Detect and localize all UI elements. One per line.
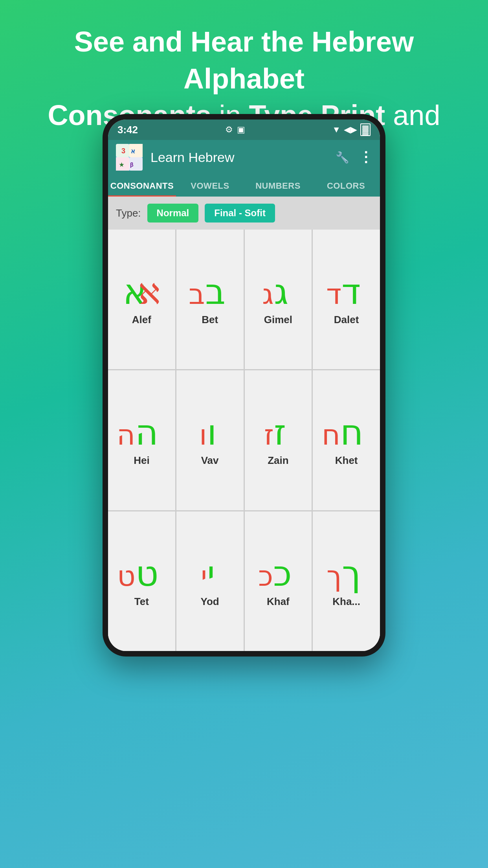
letter-symbol-zain: זז: [270, 415, 286, 451]
app-actions: 🔧 ⋮: [336, 149, 372, 166]
sim-icon: ▣: [237, 125, 245, 135]
letter-cell-bet[interactable]: בב Bet: [176, 230, 244, 369]
letter-symbol-khaf-final: ךך: [332, 556, 361, 592]
settings-icon: ⚙: [225, 125, 233, 135]
phone-screen: 3:42 ⚙ ▣ ▼ ◀▶ ▓ 3 א: [108, 120, 380, 651]
letter-symbol-bet: בב: [194, 274, 226, 310]
letter-name-gimel: Gimel: [264, 314, 292, 326]
letter-name-bet: Bet: [202, 314, 218, 326]
letter-symbol-tet: טט: [125, 556, 158, 592]
svg-text:β: β: [130, 162, 134, 168]
filter-normal-btn[interactable]: Normal: [147, 204, 199, 223]
status-icons-left: ⚙ ▣: [225, 125, 245, 135]
tab-colors[interactable]: COLORS: [312, 175, 380, 197]
letter-cell-zain[interactable]: זז Zain: [245, 370, 312, 510]
letter-name-tet: Tet: [134, 596, 149, 608]
letter-symbol-khaf: ככ: [264, 556, 292, 592]
app-title: Learn Hebrew: [150, 150, 328, 165]
letter-name-zain: Zain: [268, 454, 288, 467]
tab-bar: CONSONANTS VOWELS NUMBERS COLORS: [108, 175, 380, 197]
letter-grid: אℵ Alef בב Bet גג Gimel: [108, 230, 380, 651]
letter-cell-yod[interactable]: יי Yod: [176, 511, 244, 651]
app-logo: 3 א ★ β: [116, 144, 143, 171]
type-filter: Type: Normal Final - Sofit: [108, 197, 380, 230]
letter-cell-alef[interactable]: אℵ Alef: [108, 230, 175, 369]
letter-name-dalet: Dalet: [334, 314, 359, 326]
letter-cell-khaf-final[interactable]: ךך Kha...: [313, 511, 380, 651]
tab-vowels[interactable]: VOWELS: [176, 175, 244, 197]
letter-cell-khaf[interactable]: ככ Khaf: [245, 511, 312, 651]
letter-cell-vav[interactable]: וו Vav: [176, 370, 244, 510]
letter-cell-hei[interactable]: הה Hei: [108, 370, 175, 510]
wifi-icon: ▼: [332, 125, 341, 135]
type-label: Type:: [116, 207, 141, 219]
wrench-icon[interactable]: 🔧: [336, 151, 349, 164]
letter-name-yod: Yod: [201, 596, 219, 608]
letter-name-khaf: Khaf: [267, 596, 290, 608]
app-bar: 3 א ★ β Learn Hebrew 🔧 ⋮: [108, 140, 380, 175]
letter-cell-gimel[interactable]: גג Gimel: [245, 230, 312, 369]
letter-symbol-yod: יי: [205, 556, 215, 592]
content-area: Type: Normal Final - Sofit אℵ Alef בב: [108, 197, 380, 651]
phone-frame: 3:42 ⚙ ▣ ▼ ◀▶ ▓ 3 א: [103, 114, 385, 657]
letter-name-hei: Hei: [134, 454, 149, 467]
signal-icon: ◀▶: [344, 125, 357, 135]
status-bar: 3:42 ⚙ ▣ ▼ ◀▶ ▓: [108, 120, 380, 140]
filter-sofit-btn[interactable]: Final - Sofit: [205, 204, 275, 223]
letter-symbol-dalet: דד: [332, 274, 361, 310]
letter-symbol-hei: הה: [125, 415, 158, 451]
letter-symbol-khet: חח: [330, 415, 363, 451]
svg-text:א: א: [131, 148, 135, 154]
letter-symbol-vav: וו: [203, 415, 217, 451]
status-time: 3:42: [117, 124, 138, 136]
letter-name-vav: Vav: [201, 454, 219, 467]
letter-name-khaf-final: Kha...: [332, 596, 360, 608]
tab-numbers[interactable]: NUMBERS: [244, 175, 312, 197]
battery-icon: ▓: [360, 123, 371, 136]
letter-cell-khet[interactable]: חח Khet: [313, 370, 380, 510]
letter-cell-dalet[interactable]: דד Dalet: [313, 230, 380, 369]
letter-name-khet: Khet: [335, 454, 358, 467]
letter-name-alef: Alef: [132, 314, 151, 326]
svg-text:★: ★: [119, 162, 124, 168]
hero-line1: See and Hear the Hebrew Alphabet: [31, 24, 457, 97]
tab-consonants[interactable]: CONSONANTS: [108, 175, 176, 197]
svg-text:3: 3: [121, 147, 125, 155]
letter-symbol-alef: אℵ: [123, 274, 160, 310]
status-right: ▼ ◀▶ ▓: [332, 123, 371, 136]
more-menu-icon[interactable]: ⋮: [359, 149, 372, 166]
letter-symbol-gimel: גג: [268, 274, 288, 310]
letter-cell-tet[interactable]: טט Tet: [108, 511, 175, 651]
